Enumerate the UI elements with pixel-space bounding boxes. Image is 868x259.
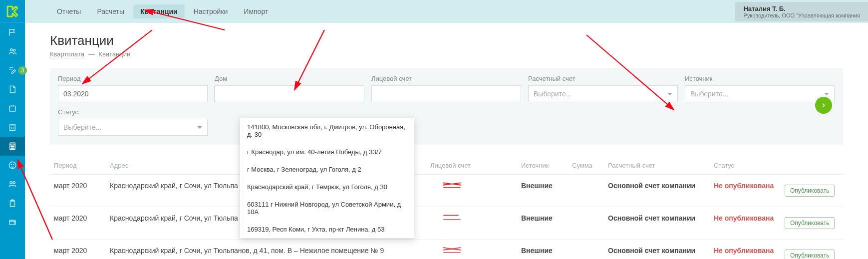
cell-status: Не опубликована	[714, 214, 779, 222]
house-option[interactable]: 169319, Респ Коми, г Ухта, пр-кт Ленина,…	[240, 221, 414, 238]
table-header: Период Адрес Лицевой счет Источник Сумма…	[50, 157, 843, 175]
svg-rect-3	[10, 124, 15, 131]
filter-house-label: Дом	[215, 75, 364, 82]
svg-point-20	[14, 223, 15, 224]
cell-period: март 2020	[54, 247, 104, 255]
logo[interactable]	[0, 0, 25, 23]
nav-flag-icon[interactable]	[0, 23, 25, 42]
th-period: Период	[54, 162, 104, 169]
nav-clipboard-icon[interactable]	[0, 194, 25, 213]
breadcrumb-root[interactable]: Квартплата	[50, 50, 84, 58]
nav-group-icon[interactable]	[0, 175, 25, 194]
cell-address: Краснодарский край, г Сочи, ул Тюльпанов…	[110, 247, 424, 255]
nav-smiley-icon[interactable]	[0, 156, 25, 175]
topnav-reports[interactable]: Отчеты	[50, 4, 88, 18]
svg-point-0	[10, 49, 13, 51]
user-box[interactable]: Наталия Т. Б. Руководитель, ООО "Управля…	[735, 2, 868, 21]
cell-account-redacted	[430, 247, 515, 259]
svg-point-7	[12, 146, 12, 147]
svg-point-10	[12, 148, 12, 148]
breadcrumb-current: Квитанции	[98, 50, 130, 58]
filter-account-input[interactable]	[371, 85, 521, 102]
nav-file-icon[interactable]	[0, 80, 25, 99]
nav-users-icon[interactable]	[0, 42, 25, 61]
svg-point-15	[10, 182, 12, 184]
topnav-import[interactable]: Импорт	[237, 4, 275, 18]
svg-point-9	[11, 148, 11, 148]
topbar: Отчеты Расчеты Квитанции Настройки Импор…	[25, 0, 868, 23]
svg-point-16	[13, 182, 15, 184]
cell-account-redacted	[430, 182, 515, 200]
svg-point-13	[11, 164, 11, 165]
filter-source-select[interactable]: Выберите...	[685, 85, 835, 102]
apply-filters-button[interactable]	[815, 97, 832, 114]
house-option[interactable]: г Краснодар, ул им. 40-летия Победы, д 3…	[240, 143, 414, 161]
table-row: март 2020 Краснодарский край, г Сочи, ул…	[50, 207, 843, 240]
cell-source: Внешние	[521, 247, 566, 255]
svg-point-8	[13, 146, 14, 147]
left-sidebar: 3	[0, 0, 25, 259]
user-role: Руководитель, ООО "Управляющая компания	[743, 12, 860, 18]
svg-rect-5	[11, 144, 14, 145]
cell-status: Не опубликована	[714, 182, 779, 190]
nav-building-icon[interactable]	[0, 118, 25, 137]
filter-house-input[interactable]	[215, 85, 364, 102]
user-name: Наталия Т. Б.	[743, 5, 860, 12]
topnav: Отчеты Расчеты Квитанции Настройки Импор…	[50, 4, 275, 18]
filter-status-select[interactable]: Выберите...	[58, 119, 208, 136]
cell-source: Внешние	[521, 182, 566, 190]
cell-bank: Основной счет компании	[608, 214, 708, 222]
receipts-table: Период Адрес Лицевой счет Источник Сумма…	[50, 157, 843, 259]
svg-point-6	[11, 146, 11, 147]
cell-bank: Основной счет компании	[608, 247, 708, 255]
house-option[interactable]: г Москва, г Зеленоград, ул Гоголя, д 2	[240, 161, 414, 178]
chevron-right-icon	[820, 102, 827, 109]
nav-calculator-icon[interactable]	[0, 137, 25, 156]
topnav-settings[interactable]: Настройки	[187, 4, 235, 18]
table-row: март 2020 Краснодарский край, г Сочи, ул…	[50, 175, 843, 207]
filter-bank-label: Расчетный счет	[528, 75, 678, 82]
house-option[interactable]: 603111 г Нижний Новгород, ул Советской А…	[240, 196, 414, 221]
th-source: Источник	[521, 162, 566, 169]
filter-source-label: Источник	[685, 75, 835, 82]
cell-period: март 2020	[54, 214, 104, 222]
filter-bank-select[interactable]: Выберите...	[528, 85, 678, 102]
page-content: Квитанции Квартплата — Квитанции Период …	[25, 23, 868, 259]
cell-account-redacted	[430, 214, 515, 232]
th-bank: Расчетный счет	[608, 162, 708, 169]
nav-wallet-icon[interactable]	[0, 213, 25, 232]
nav-survey-icon[interactable]	[0, 99, 25, 118]
svg-point-1	[13, 49, 15, 51]
breadcrumb: Квартплата — Квитанции	[50, 50, 843, 58]
nav-edit-icon[interactable]: 3	[0, 61, 25, 80]
table-row: март 2020 Краснодарский край, г Сочи, ул…	[50, 240, 843, 259]
cell-source: Внешние	[521, 214, 566, 222]
house-option[interactable]: 141800, Московская обл, г. Дмитров, ул. …	[240, 118, 414, 143]
cell-period: март 2020	[54, 182, 104, 190]
page-title: Квитанции	[50, 33, 843, 48]
topnav-receipts[interactable]: Квитанции	[133, 4, 185, 18]
svg-point-14	[13, 164, 14, 165]
svg-point-11	[13, 148, 14, 148]
nav-badge: 3	[18, 66, 27, 75]
filter-period-label: Период	[58, 75, 208, 82]
filter-panel: Период Дом Лицевой счет Расчетный счет В…	[50, 68, 843, 145]
filter-period-input[interactable]	[58, 85, 208, 102]
th-account: Лицевой счет	[430, 162, 515, 169]
filter-status-label: Статус	[58, 108, 208, 116]
svg-rect-2	[9, 106, 15, 112]
filter-account-label: Лицевой счет	[371, 75, 521, 82]
cell-status: Не опубликована	[714, 247, 779, 255]
publish-button[interactable]: Опубликовать	[785, 217, 835, 229]
th-status: Статус	[714, 162, 779, 169]
cell-bank: Основной счет компании	[608, 182, 708, 190]
house-dropdown: 141800, Московская обл, г. Дмитров, ул. …	[240, 118, 414, 239]
house-option[interactable]: Краснодарский край, г Темрюк, ул Гоголя,…	[240, 178, 414, 196]
topnav-calculations[interactable]: Расчеты	[90, 4, 131, 18]
publish-button[interactable]: Опубликовать	[785, 185, 835, 197]
th-sum: Сумма	[572, 162, 602, 169]
publish-button[interactable]: Опубликовать	[785, 250, 835, 259]
